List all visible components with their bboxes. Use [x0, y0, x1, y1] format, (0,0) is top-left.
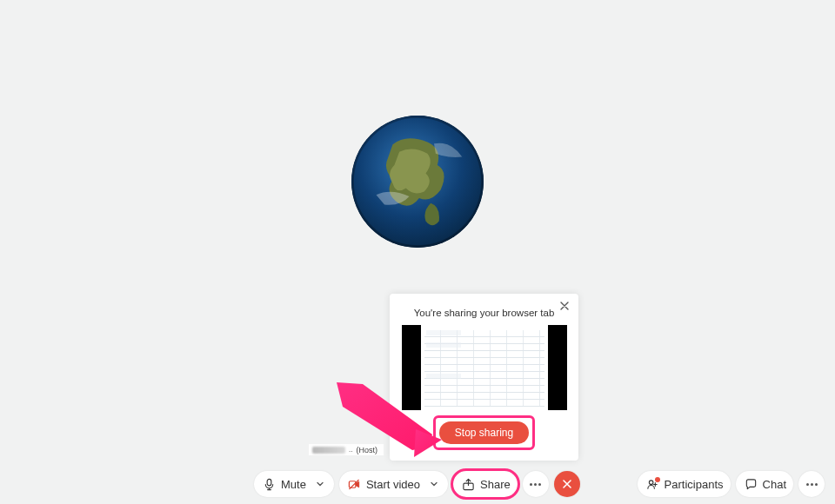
participant-name-strip: .. (Host) — [309, 444, 384, 455]
callout-highlight-stop: Stop sharing — [433, 415, 535, 450]
mute-options-toggle[interactable] — [313, 477, 327, 491]
popover-title: You're sharing your browser tab — [398, 308, 570, 318]
more-panels-button[interactable] — [798, 471, 825, 497]
mute-button[interactable]: Mute — [254, 471, 334, 497]
participants-icon — [646, 478, 659, 491]
sharing-popover: You're sharing your browser tab Stop sha… — [390, 294, 578, 461]
spreadsheet-preview — [421, 325, 548, 410]
popover-close-button[interactable] — [558, 299, 571, 313]
svg-rect-4 — [267, 479, 271, 486]
earth-icon — [351, 116, 484, 248]
share-button[interactable]: Share — [453, 471, 518, 497]
close-icon — [560, 302, 569, 310]
video-options-toggle[interactable] — [427, 477, 441, 491]
participant-avatar — [351, 116, 484, 248]
share-label: Share — [480, 478, 511, 491]
participants-button[interactable]: Participants — [638, 471, 731, 497]
participants-label: Participants — [665, 478, 724, 491]
controls-left-group: Mute Start video Share — [254, 471, 580, 497]
start-video-button[interactable]: Start video — [339, 471, 448, 497]
chat-icon — [745, 478, 758, 491]
more-options-button[interactable] — [523, 471, 549, 497]
microphone-icon — [263, 478, 276, 491]
more-icon — [806, 483, 818, 486]
more-icon — [530, 483, 541, 486]
chat-button[interactable]: Chat — [736, 471, 793, 497]
chat-label: Chat — [763, 478, 786, 491]
chevron-down-icon — [430, 480, 438, 488]
meeting-controls: Mute Start video Share — [0, 471, 835, 497]
chevron-down-icon — [316, 480, 324, 488]
participant-role: (Host) — [356, 446, 377, 454]
video-label: Start video — [366, 478, 420, 491]
controls-right-group: Participants Chat — [638, 471, 825, 497]
stop-sharing-button[interactable]: Stop sharing — [439, 421, 529, 444]
leave-meeting-button[interactable] — [554, 471, 580, 497]
close-icon — [561, 478, 573, 490]
mute-label: Mute — [281, 478, 306, 491]
participant-name-blurred — [312, 447, 345, 454]
video-off-icon — [348, 478, 361, 491]
share-icon — [462, 478, 475, 491]
share-preview-thumbnail — [402, 325, 567, 410]
svg-point-8 — [649, 480, 653, 484]
ellipsis-text: .. — [349, 446, 352, 454]
